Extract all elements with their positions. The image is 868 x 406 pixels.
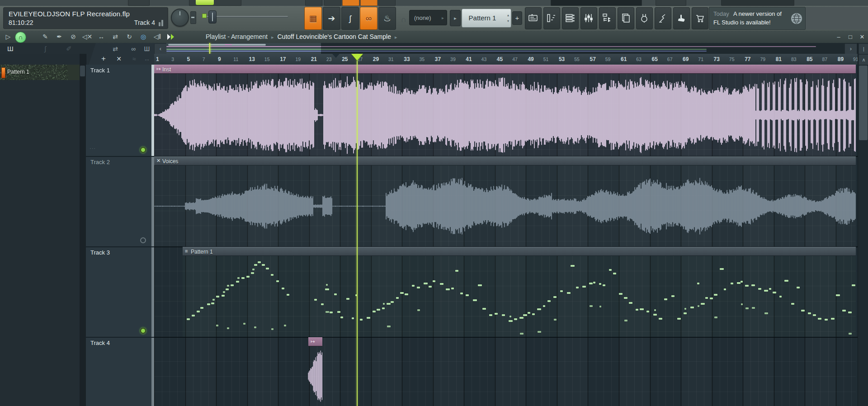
- spinner-arrows[interactable]: ▴▾: [507, 12, 509, 24]
- tempo-slider-handle[interactable]: [208, 10, 217, 24]
- draw-tool-icon[interactable]: ✎: [40, 31, 51, 43]
- delete-button[interactable]: ✕: [113, 54, 125, 64]
- channel-rack-button[interactable]: [562, 7, 579, 29]
- ruler-bar-number: 3: [171, 57, 174, 62]
- breadcrumb-view[interactable]: Playlist - Arrangement: [206, 33, 268, 40]
- track-options-dots[interactable]: ···: [90, 146, 96, 151]
- main-pitch-fader[interactable]: [190, 11, 196, 24]
- clip-header-track1[interactable]: ↦Inst: [154, 65, 856, 74]
- update-notification[interactable]: Today A newer version of FL Studio is av…: [709, 7, 806, 30]
- record-armed-dot[interactable]: [140, 328, 146, 334]
- snap-selector[interactable]: (none) ▸: [409, 10, 447, 25]
- pattern-list-item[interactable]: Pattern 1: [0, 65, 80, 80]
- overview-thumb[interactable]: [168, 44, 266, 46]
- scroll-up-button[interactable]: ∧: [859, 54, 868, 65]
- track-header-1[interactable]: Track 1···: [86, 65, 154, 156]
- loop-tool-icon[interactable]: ↻: [124, 31, 135, 43]
- plugin-button[interactable]: [636, 7, 653, 29]
- detect-tempo-icon[interactable]: ⇄: [109, 44, 121, 54]
- play-button[interactable]: ▷: [4, 31, 13, 43]
- minimize-button[interactable]: –: [833, 31, 844, 43]
- cut-button[interactable]: [324, 0, 341, 6]
- scroll-end-button[interactable]: |: [859, 43, 868, 54]
- midi-note: [532, 313, 535, 315]
- timeline-ruler[interactable]: 1357911131517192123252729313335373941434…: [154, 54, 858, 65]
- cut-button[interactable]: [360, 0, 377, 6]
- pattern-play-button[interactable]: ▸: [450, 10, 461, 26]
- slip-tool-icon[interactable]: ⇄: [110, 31, 121, 43]
- stretch-icon[interactable]: ↔: [141, 54, 153, 64]
- remote-control-button[interactable]: [655, 7, 671, 29]
- track-name[interactable]: Track 2: [90, 159, 110, 165]
- scroll-left-button[interactable]: ‹: [154, 43, 167, 54]
- pattern-song-switch-button[interactable]: ▦: [304, 7, 322, 30]
- cut-button[interactable]: [656, 0, 686, 6]
- cut-button[interactable]: [128, 0, 150, 6]
- midi-note: [528, 312, 530, 314]
- slide-icon[interactable]: ≈: [128, 54, 140, 64]
- link-icon[interactable]: ∞: [127, 44, 139, 54]
- global-snap-button[interactable]: ∩: [15, 32, 26, 43]
- playhead-marker[interactable]: [351, 54, 363, 61]
- piano-roll-icon[interactable]: Ш: [141, 44, 153, 54]
- track-header-4[interactable]: Track 4: [86, 337, 154, 406]
- picker-panel-icon[interactable]: Ш: [7, 44, 14, 54]
- picker-scroll-thumb[interactable]: [80, 66, 85, 76]
- chevron-right-icon: ▸: [442, 10, 444, 26]
- cut-button[interactable]: [342, 0, 359, 6]
- track-header-3[interactable]: Track 3: [86, 247, 154, 337]
- touch-button[interactable]: [673, 7, 690, 29]
- snap-magnet-icon[interactable]: ∩: [400, 14, 408, 24]
- breadcrumb-item[interactable]: Cutoff Leovincible's Cartoon Cat Sample: [277, 33, 391, 40]
- browser-button[interactable]: [599, 7, 616, 29]
- song-mode-led[interactable]: [196, 0, 214, 5]
- track-name[interactable]: Track 1: [90, 67, 110, 74]
- delete-tool-icon[interactable]: ⊘: [68, 31, 79, 43]
- piano-roll-button[interactable]: [543, 7, 560, 29]
- ruler-bar-number: 59: [605, 57, 611, 62]
- clip-header-track2[interactable]: ✕Voices: [154, 156, 856, 165]
- add-track-button[interactable]: +: [98, 54, 109, 64]
- follow-playback-button[interactable]: ➔: [323, 7, 340, 30]
- glide-button[interactable]: ʃ: [341, 7, 359, 30]
- track-name[interactable]: Track 3: [90, 249, 110, 256]
- ruler-bar-number: 17: [280, 56, 286, 62]
- slide-tool-icon[interactable]: ↔: [96, 31, 107, 43]
- track-status-dot[interactable]: [140, 237, 146, 243]
- midi-note: [387, 303, 391, 305]
- clip-header-track4[interactable]: ↦: [308, 337, 322, 346]
- scroll-right-button[interactable]: ›: [844, 43, 857, 54]
- project-picker-button[interactable]: [618, 7, 634, 29]
- add-pattern-button[interactable]: +: [512, 11, 522, 25]
- ruler-bar-number: 15: [264, 57, 270, 62]
- shop-button[interactable]: [692, 7, 708, 29]
- link-controllers-button[interactable]: ∞: [360, 7, 377, 30]
- track-header-2[interactable]: Track 2: [86, 156, 154, 247]
- playlist-overview-bar[interactable]: ‹ ›: [154, 43, 858, 54]
- midi-note: [576, 287, 579, 288]
- playlist-window-button[interactable]: [525, 7, 542, 29]
- clip-header-track3[interactable]: ≡Pattern 1: [183, 247, 856, 256]
- maximize-button[interactable]: □: [844, 31, 856, 43]
- pattern-selector[interactable]: Pattern 1 ▴▾: [462, 9, 511, 28]
- midi-note: [741, 303, 743, 305]
- main-volume-knob[interactable]: [171, 9, 189, 27]
- mixer-button[interactable]: [580, 7, 597, 29]
- cut-button[interactable]: [305, 0, 322, 6]
- close-button[interactable]: ✕: [856, 31, 868, 43]
- playback-preview-icon[interactable]: ◁‖: [152, 31, 163, 43]
- mute-tool-icon[interactable]: ◁✕: [82, 31, 93, 43]
- zoom-tool-icon[interactable]: ◎: [138, 31, 149, 43]
- automation-icon[interactable]: ∫: [44, 44, 46, 54]
- typing-to-piano-button[interactable]: ♨: [378, 7, 396, 30]
- notification-text-1: A newer version of: [733, 10, 782, 17]
- picker-scrollbar[interactable]: [80, 54, 86, 406]
- pencil-icon[interactable]: ✐: [66, 44, 72, 54]
- paint-tool-icon[interactable]: ✒: [54, 31, 65, 43]
- record-armed-dot[interactable]: [140, 147, 146, 153]
- track-name[interactable]: Track 4: [90, 340, 110, 346]
- scroll-thumb[interactable]: [859, 66, 868, 140]
- cut-button[interactable]: [378, 0, 396, 6]
- midi-note: [216, 325, 218, 326]
- vertical-scrollbar[interactable]: | ∧: [858, 43, 868, 406]
